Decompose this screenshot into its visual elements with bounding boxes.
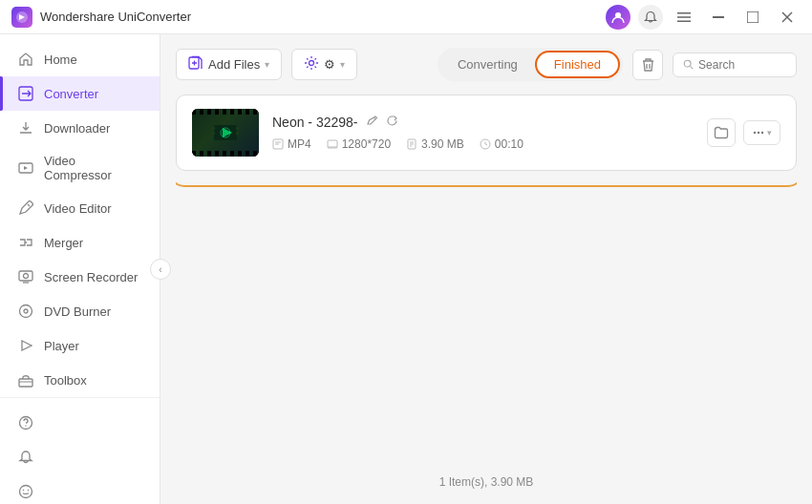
sidebar-item-video-compressor[interactable]: Video Compressor	[0, 145, 160, 191]
settings-dropdown-icon: ▾	[340, 59, 345, 70]
file-resolution: 1280*720	[342, 137, 391, 151]
sidebar-item-screen-recorder-label: Screen Recorder	[44, 270, 138, 284]
file-thumbnail	[192, 109, 259, 157]
title-bar-left: Wondershare UniConverter	[11, 7, 191, 28]
file-actions: ▾	[707, 118, 780, 147]
video-compressor-icon	[17, 159, 34, 177]
feedback-icon	[17, 483, 34, 500]
close-button[interactable]	[774, 4, 801, 31]
main-layout: Home Converter Downloader	[0, 34, 812, 504]
status-bar: 1 Item(s), 3.90 MB	[176, 468, 797, 491]
sidebar-item-toolbox-label: Toolbox	[44, 373, 87, 388]
maximize-button[interactable]	[739, 4, 766, 31]
svg-rect-2	[677, 12, 691, 14]
add-files-label: Add Files	[208, 57, 260, 72]
svg-point-36	[758, 132, 759, 134]
sidebar-item-merger-label: Merger	[44, 236, 83, 250]
svg-point-18	[20, 486, 32, 498]
sidebar-item-converter[interactable]: Converter	[0, 76, 160, 111]
title-bar: Wondershare UniConverter	[0, 0, 812, 34]
minimize-button[interactable]	[705, 4, 732, 31]
file-size: 3.90 MB	[421, 137, 464, 151]
sidebar-item-feedback[interactable]	[0, 474, 160, 504]
file-card: Neon - 32298-	[176, 94, 797, 171]
sidebar-item-home[interactable]: Home	[0, 42, 160, 76]
sidebar-item-notification[interactable]	[0, 440, 160, 474]
svg-point-13	[20, 305, 32, 318]
add-files-button[interactable]: Add Files ▾	[176, 49, 282, 80]
svg-rect-4	[677, 20, 691, 22]
svg-rect-6	[747, 11, 759, 23]
file-duration: 00:10	[495, 137, 524, 151]
file-info: Neon - 32298-	[272, 115, 694, 151]
edit-icon[interactable]	[366, 115, 378, 130]
sidebar-item-player-label: Player	[44, 339, 79, 353]
svg-point-20	[28, 490, 30, 492]
svg-point-17	[25, 425, 26, 426]
app-logo	[11, 7, 32, 28]
sidebar-item-dvd-burner[interactable]: DVD Burner	[0, 294, 160, 328]
notification-bell-icon	[17, 449, 34, 466]
search-input[interactable]	[698, 58, 786, 72]
settings-button[interactable]: ⚙ ▾	[291, 49, 357, 80]
search-box[interactable]	[673, 52, 797, 77]
svg-point-35	[754, 132, 756, 134]
svg-point-37	[761, 132, 763, 134]
settings-icon	[304, 55, 319, 74]
svg-rect-3	[677, 16, 691, 18]
tab-converting[interactable]: Converting	[440, 51, 535, 78]
sidebar: Home Converter Downloader	[0, 34, 160, 504]
sidebar-item-downloader[interactable]: Downloader	[0, 111, 160, 145]
app-title: Wondershare UniConverter	[40, 10, 191, 24]
file-meta: MP4 1280*720	[272, 137, 694, 151]
refresh-icon[interactable]	[386, 115, 398, 130]
svg-rect-27	[236, 127, 239, 130]
svg-rect-25	[212, 127, 215, 130]
file-list: Neon - 32298-	[176, 94, 797, 468]
format-icon	[272, 138, 284, 150]
file-format: MP4	[288, 137, 311, 151]
collapse-sidebar-button[interactable]: ‹	[150, 259, 171, 280]
downloader-icon	[17, 119, 34, 136]
add-files-icon	[188, 55, 203, 74]
tab-finished[interactable]: Finished	[535, 51, 620, 78]
resolution-icon	[327, 138, 338, 150]
sidebar-item-video-compressor-label: Video Compressor	[44, 154, 142, 182]
sidebar-item-downloader-label: Downloader	[44, 121, 110, 136]
sidebar-item-help[interactable]	[0, 406, 160, 440]
svg-rect-5	[713, 16, 724, 18]
title-bar-icons	[606, 4, 801, 31]
delete-button[interactable]	[632, 50, 663, 80]
notification-icon[interactable]	[638, 5, 663, 30]
more-actions-button[interactable]: ▾	[743, 120, 780, 145]
menu-button[interactable]	[671, 4, 697, 31]
sidebar-item-merger[interactable]: Merger	[0, 225, 160, 260]
settings-label: ⚙	[324, 57, 335, 72]
screen-recorder-icon	[17, 268, 34, 285]
dvd-burner-icon	[17, 303, 34, 320]
converter-icon	[17, 85, 34, 102]
sidebar-item-toolbox[interactable]: Toolbox	[0, 363, 160, 397]
status-text: 1 Item(s), 3.90 MB	[439, 475, 534, 489]
size-meta: 3.90 MB	[406, 137, 464, 151]
film-icon	[212, 119, 239, 146]
sidebar-item-screen-recorder[interactable]: Screen Recorder	[0, 260, 160, 294]
sidebar-item-video-editor[interactable]: Video Editor	[0, 191, 160, 225]
svg-point-14	[24, 309, 28, 313]
svg-point-23	[684, 60, 691, 67]
sidebar-item-dvd-burner-label: DVD Burner	[44, 304, 111, 319]
sidebar-bottom	[0, 397, 160, 504]
help-icon	[17, 414, 34, 431]
user-avatar[interactable]	[606, 5, 630, 30]
svg-rect-28	[236, 132, 239, 135]
content-area: Add Files ▾ ⚙ ▾ Converting	[160, 34, 812, 504]
sidebar-item-player[interactable]: Player	[0, 328, 160, 363]
player-icon	[17, 337, 34, 354]
open-folder-button[interactable]	[707, 118, 736, 147]
format-meta: MP4	[272, 137, 311, 151]
sidebar-item-video-editor-label: Video Editor	[44, 201, 112, 216]
svg-point-22	[310, 61, 314, 66]
size-icon	[406, 138, 417, 150]
sidebar-item-home-label: Home	[44, 52, 77, 67]
resolution-meta: 1280*720	[327, 137, 391, 151]
